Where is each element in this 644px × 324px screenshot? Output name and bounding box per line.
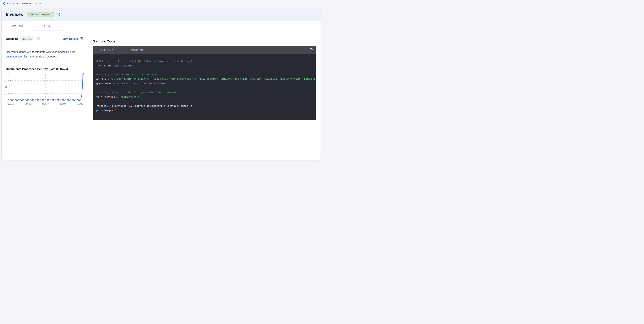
sample-code-panel: Sample Code PYTHON3 NODE.JS # Make sure … <box>89 31 321 160</box>
queue-id-row: Queue ID 3a271a... View Details <box>2 31 89 46</box>
svg-text:0: 0 <box>8 99 9 102</box>
page-title: Invoices <box>6 12 23 17</box>
intro-text-before: Use your Queues API to integrate with yo… <box>6 50 76 54</box>
model-header: Invoices Model is ready to use <box>2 9 320 20</box>
model-card: Invoices Model is ready to use Live Test… <box>2 8 321 160</box>
svg-text:09/27: 09/27 <box>42 102 49 105</box>
left-panel: Queue ID 3a271a... View Details <box>2 31 89 160</box>
sample-code-heading: Sample Code <box>93 39 316 44</box>
documents-per-day-chart: 00.250.50.75109/1309/2009/2710/0410/11 <box>4 72 86 108</box>
svg-text:0.75: 0.75 <box>4 79 9 82</box>
content: Queue ID 3a271a... View Details <box>2 31 320 160</box>
svg-text:1: 1 <box>8 72 9 76</box>
code-content: # Make sure to first install the SDK usi… <box>93 54 316 120</box>
chart-title: Documents Processed Per Day (Last 30 Day… <box>6 67 89 71</box>
info-icon[interactable] <box>56 13 60 16</box>
back-to-models-link[interactable]: BACK TO YOUR MODELS <box>3 2 41 5</box>
svg-text:09/20: 09/20 <box>25 102 32 105</box>
back-link-label: BACK TO YOUR MODELS <box>6 2 41 5</box>
queue-id-value: 3a271a... <box>20 36 34 41</box>
svg-text:0.5: 0.5 <box>5 86 9 88</box>
queue-id-label: Queue ID <box>6 37 18 40</box>
code-language-tabs: PYTHON3 NODE.JS <box>93 46 316 54</box>
documentation-link[interactable]: documentation <box>6 55 23 58</box>
copy-queue-id-icon[interactable] <box>36 37 40 41</box>
intro-text-after: for more details on Queues. <box>23 55 57 58</box>
svg-text:10/04: 10/04 <box>60 102 66 105</box>
svg-text:09/13: 09/13 <box>8 102 14 105</box>
tab-bar: Live Test APIs <box>2 20 320 31</box>
status-badge: Model is ready to use <box>27 12 54 17</box>
tab-python3[interactable]: PYTHON3 <box>100 49 113 52</box>
code-block: PYTHON3 NODE.JS # Make sure to first ins… <box>93 46 316 120</box>
svg-text:0.25: 0.25 <box>4 92 9 95</box>
tab-apis[interactable]: APIs <box>32 20 62 31</box>
tab-nodejs[interactable]: NODE.JS <box>131 49 143 52</box>
view-details-label: View Details <box>62 37 78 40</box>
tab-live-test[interactable]: Live Test <box>2 20 32 31</box>
chevron-left-icon <box>3 2 5 5</box>
view-details-link[interactable]: View Details <box>62 37 83 40</box>
svg-text:10/11: 10/11 <box>77 102 84 105</box>
external-link-icon <box>80 37 83 40</box>
queues-api-description: Use your Queues API to integrate with yo… <box>2 46 89 62</box>
copy-code-icon[interactable] <box>309 48 314 52</box>
